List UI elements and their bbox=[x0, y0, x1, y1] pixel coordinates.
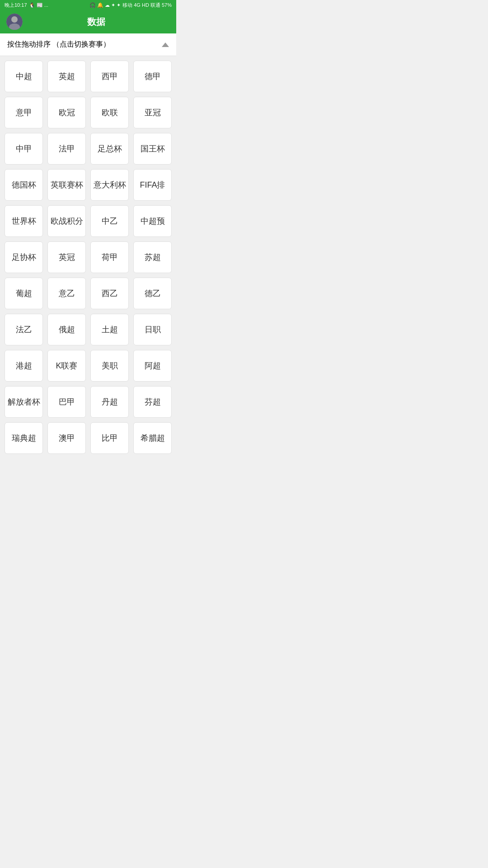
sort-main-label: 按住拖动排序 bbox=[7, 40, 51, 48]
league-item[interactable]: 土超 bbox=[90, 314, 129, 345]
league-item[interactable]: 巴甲 bbox=[47, 386, 86, 418]
league-item[interactable]: 比甲 bbox=[90, 422, 129, 454]
league-item[interactable]: 国王杯 bbox=[133, 133, 172, 165]
network-info: 🎧 🔔 ☁ ✦ ✦ bbox=[89, 2, 121, 8]
league-item[interactable]: 解放者杯 bbox=[5, 386, 43, 418]
league-item[interactable]: 意甲 bbox=[5, 97, 43, 128]
league-item[interactable]: FIFA排 bbox=[133, 169, 172, 201]
league-item[interactable]: 法甲 bbox=[47, 133, 86, 165]
status-right: 🎧 🔔 ☁ ✦ ✦ 移动 4G HD 联通 57% bbox=[89, 2, 172, 9]
league-item[interactable]: 中乙 bbox=[90, 205, 129, 237]
league-item[interactable]: 意乙 bbox=[47, 278, 86, 309]
league-item[interactable]: 苏超 bbox=[133, 241, 172, 273]
league-item[interactable]: 亚冠 bbox=[133, 97, 172, 128]
league-item[interactable]: 荷甲 bbox=[90, 241, 129, 273]
user-avatar[interactable] bbox=[6, 14, 23, 30]
league-item[interactable]: 希腊超 bbox=[133, 422, 172, 454]
league-item[interactable]: 葡超 bbox=[5, 278, 43, 309]
league-item[interactable]: 中甲 bbox=[5, 133, 43, 165]
sort-sub-label: （点击切换赛事） bbox=[52, 40, 110, 48]
league-item[interactable]: 欧战积分 bbox=[47, 205, 86, 237]
league-item[interactable]: 瑞典超 bbox=[5, 422, 43, 454]
status-icons: 🐧 📰 ... bbox=[29, 2, 48, 8]
page-title: 数据 bbox=[23, 16, 170, 28]
status-bar: 晚上10:17 🐧 📰 ... 🎧 🔔 ☁ ✦ ✦ 移动 4G HD 联通 57… bbox=[0, 0, 176, 10]
league-item[interactable]: 阿超 bbox=[133, 350, 172, 382]
league-item[interactable]: 丹超 bbox=[90, 386, 129, 418]
league-item[interactable]: 港超 bbox=[5, 350, 43, 382]
league-item[interactable]: 日职 bbox=[133, 314, 172, 345]
collapse-icon[interactable] bbox=[162, 42, 169, 47]
league-item[interactable]: 世界杯 bbox=[5, 205, 43, 237]
league-item[interactable]: 芬超 bbox=[133, 386, 172, 418]
league-item[interactable]: 足协杯 bbox=[5, 241, 43, 273]
league-item[interactable]: K联赛 bbox=[47, 350, 86, 382]
time-label: 晚上10:17 bbox=[5, 2, 27, 9]
league-item[interactable]: 德国杯 bbox=[5, 169, 43, 201]
league-item[interactable]: 中超 bbox=[5, 61, 43, 92]
league-item[interactable]: 欧联 bbox=[90, 97, 129, 128]
league-item[interactable]: 中超预 bbox=[133, 205, 172, 237]
league-item[interactable]: 西甲 bbox=[90, 61, 129, 92]
sort-bar: 按住拖动排序 （点击切换赛事） bbox=[0, 33, 176, 56]
league-item[interactable]: 澳甲 bbox=[47, 422, 86, 454]
league-item[interactable]: 俄超 bbox=[47, 314, 86, 345]
league-item[interactable]: 德乙 bbox=[133, 278, 172, 309]
league-item[interactable]: 西乙 bbox=[90, 278, 129, 309]
league-item[interactable]: 美职 bbox=[90, 350, 129, 382]
sort-label: 按住拖动排序 （点击切换赛事） bbox=[7, 40, 110, 49]
svg-point-1 bbox=[11, 16, 18, 23]
league-item[interactable]: 欧冠 bbox=[47, 97, 86, 128]
battery-info: 移动 4G HD 联通 57% bbox=[122, 2, 172, 9]
league-item[interactable]: 意大利杯 bbox=[90, 169, 129, 201]
league-item[interactable]: 英超 bbox=[47, 61, 86, 92]
app-header: 数据 bbox=[0, 10, 176, 33]
league-item[interactable]: 英冠 bbox=[47, 241, 86, 273]
status-time: 晚上10:17 🐧 📰 ... bbox=[5, 2, 48, 9]
league-item[interactable]: 足总杯 bbox=[90, 133, 129, 165]
league-item[interactable]: 法乙 bbox=[5, 314, 43, 345]
league-item[interactable]: 德甲 bbox=[133, 61, 172, 92]
league-grid: 中超英超西甲德甲意甲欧冠欧联亚冠中甲法甲足总杯国王杯德国杯英联赛杯意大利杯FIF… bbox=[0, 56, 176, 458]
league-item[interactable]: 英联赛杯 bbox=[47, 169, 86, 201]
